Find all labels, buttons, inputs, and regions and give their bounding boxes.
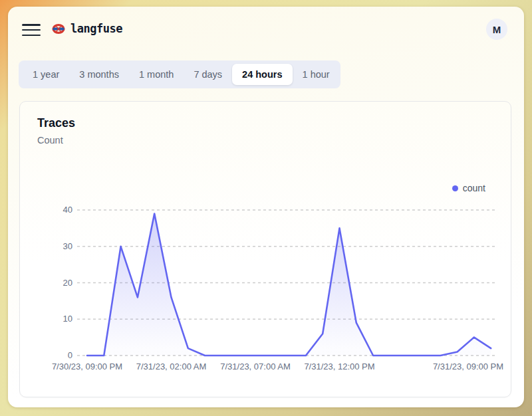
x-axis-tick: 7/31/23, 09:00 PM <box>422 361 515 372</box>
area-fill <box>87 214 491 356</box>
brand-name: langfuse <box>70 22 122 35</box>
tab-24-hours[interactable]: 24 hours <box>232 64 292 85</box>
x-axis-tick: 7/31/23, 07:00 AM <box>209 361 302 372</box>
app-window: langfuse M 1 year3 months1 month7 days24… <box>8 7 524 407</box>
traces-card: Traces Count count 010203040 7/30/23, 09… <box>19 101 511 397</box>
traces-area-chart[interactable] <box>41 200 506 360</box>
avatar-initial: M <box>493 24 501 35</box>
legend-dot-icon <box>452 185 458 191</box>
menu-icon <box>22 29 41 31</box>
x-axis-tick: 7/30/23, 09:00 PM <box>41 361 134 372</box>
card-title: Traces <box>37 116 75 130</box>
menu-button[interactable] <box>22 23 41 37</box>
legend-label: count <box>463 183 485 193</box>
tab-7-days[interactable]: 7 days <box>184 64 232 85</box>
top-bar: langfuse M <box>8 7 524 53</box>
card-subtitle: Count <box>37 135 63 146</box>
chart-legend: count <box>452 182 485 194</box>
tab-1-hour[interactable]: 1 hour <box>293 64 340 85</box>
x-axis-tick: 7/31/23, 02:00 AM <box>125 361 218 372</box>
tab-1-month[interactable]: 1 month <box>129 64 184 85</box>
tab-1-year[interactable]: 1 year <box>23 64 69 85</box>
x-axis-tick: 7/31/23, 12:00 PM <box>293 361 386 372</box>
brand[interactable]: langfuse <box>52 22 122 35</box>
menu-icon <box>22 24 41 26</box>
user-avatar[interactable]: M <box>486 19 507 40</box>
menu-icon <box>22 35 41 37</box>
langfuse-logo-icon <box>52 24 65 34</box>
time-range-tabs: 1 year3 months1 month7 days24 hours1 hou… <box>19 60 340 88</box>
tab-3-months[interactable]: 3 months <box>69 64 129 85</box>
